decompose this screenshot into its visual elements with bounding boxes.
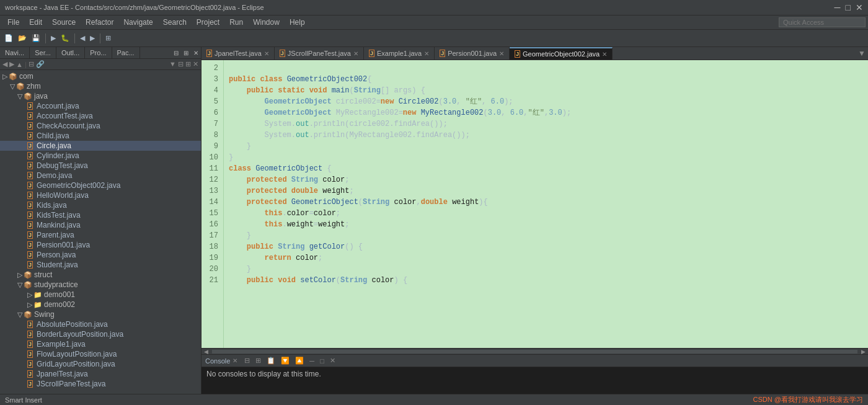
panel-maximize-icon[interactable]: ⊞ bbox=[181, 48, 191, 58]
tree-item-circle[interactable]: J Circle.java bbox=[0, 141, 201, 151]
tree-item-student[interactable]: J Student.java bbox=[0, 260, 201, 270]
nav-action-icon-3[interactable]: ⊞ bbox=[185, 60, 191, 68]
tree-item-jscrollpanetest[interactable]: J JScrollPaneTest.java bbox=[0, 379, 201, 389]
nav-forward-icon[interactable]: ▶ bbox=[9, 60, 14, 68]
tree-item-child[interactable]: J Child.java bbox=[0, 131, 201, 141]
tree-item-zhm[interactable]: ▽ 📦 zhm bbox=[0, 81, 201, 91]
console-close[interactable]: ✕ bbox=[328, 356, 337, 365]
menu-file[interactable]: File bbox=[2, 17, 24, 28]
tree-item-debugtest[interactable]: J DebugTest.java bbox=[0, 161, 201, 171]
tree-item-gridlayout[interactable]: J GridLayoutPosition.java bbox=[0, 359, 201, 369]
panel-tab-project[interactable]: Pro... bbox=[85, 47, 112, 58]
editor-tab-jscroll[interactable]: J JScrollPaneTest.java ✕ bbox=[275, 47, 364, 60]
tree-item-flowlayout[interactable]: J FlowLayoutPosition.java bbox=[0, 349, 201, 359]
menu-search[interactable]: Search bbox=[158, 17, 192, 28]
tree-item-account[interactable]: J Account.java bbox=[0, 101, 201, 111]
toolbar-forward[interactable]: ▶ bbox=[88, 33, 97, 43]
tree-item-com[interactable]: ▷ 📦 com bbox=[0, 71, 201, 81]
editor-tab-geo002[interactable]: J GeometricObject002.java ✕ bbox=[510, 47, 613, 60]
panel-tab-outline[interactable]: Outl... bbox=[56, 47, 85, 58]
code-content-area[interactable]: public class GeometricObject002{ public … bbox=[224, 60, 868, 348]
tree-item-helloworld[interactable]: J HelloWorld.java bbox=[0, 190, 201, 200]
toolbar-back[interactable]: ◀ bbox=[78, 33, 87, 43]
menu-window[interactable]: Window bbox=[248, 17, 285, 28]
editor-tab-jpanel[interactable]: J JpanelTest.java ✕ bbox=[202, 47, 275, 60]
tree-item-example1[interactable]: J Example1.java bbox=[0, 339, 201, 349]
tree-item-struct[interactable]: ▷ 📦 struct bbox=[0, 270, 201, 280]
menu-run[interactable]: Run bbox=[224, 17, 248, 28]
hscroll-right-icon[interactable]: ▶ bbox=[859, 349, 868, 355]
editor-tab-example1[interactable]: J Example1.java ✕ bbox=[364, 47, 435, 60]
toolbar-debug[interactable]: 🐛 bbox=[59, 33, 71, 43]
toolbar-save[interactable]: 💾 bbox=[30, 33, 42, 43]
hscroll-track[interactable] bbox=[212, 350, 857, 354]
menu-source[interactable]: Source bbox=[47, 17, 81, 28]
nav-link-icon[interactable]: 🔗 bbox=[36, 60, 45, 68]
quick-access-input[interactable] bbox=[779, 17, 866, 27]
tree-item-kidstest[interactable]: J KidsTest.java bbox=[0, 210, 201, 220]
editor-tab-persion001[interactable]: J Persion001.java ✕ bbox=[435, 47, 510, 60]
panel-close-icon[interactable]: ✕ bbox=[191, 48, 201, 58]
panel-tab-servers[interactable]: Ser... bbox=[30, 47, 56, 58]
tree-item-swing[interactable]: ▽ 📦 Swing bbox=[0, 309, 201, 319]
hscroll-left-icon[interactable]: ◀ bbox=[202, 349, 211, 355]
java-file-icon-14: J bbox=[27, 231, 33, 239]
code-editor[interactable]: 2 3 4 5 6 7 8 9 10 11 12 13 14 15 16 17 … bbox=[202, 60, 868, 348]
tree-item-demo[interactable]: J Demo.java bbox=[0, 171, 201, 180]
tab-close-jpanel[interactable]: ✕ bbox=[264, 50, 269, 57]
tree-item-accounttest[interactable]: J AccountTest.java bbox=[0, 111, 201, 121]
nav-action-icon-2[interactable]: ⊟ bbox=[178, 60, 184, 68]
nav-up-icon[interactable]: ▲ bbox=[16, 61, 23, 68]
tree-item-checkaccount[interactable]: J CheckAccount.java bbox=[0, 121, 201, 131]
tree-item-borderlayout[interactable]: J BorderLayoutPosition.java bbox=[0, 329, 201, 339]
tree-item-parent[interactable]: J Parent.java bbox=[0, 230, 201, 240]
toolbar-open[interactable]: 📂 bbox=[16, 33, 29, 43]
tree-item-jpaneltest[interactable]: J JpanelTest.java bbox=[0, 369, 201, 379]
tree-item-geo002[interactable]: J GeometricObject002.java bbox=[0, 180, 201, 190]
tree-item-demo001[interactable]: ▷ 📁 demo001 bbox=[0, 290, 201, 300]
panel-tab-package[interactable]: Pac... bbox=[112, 47, 140, 58]
console-maximize[interactable]: □ bbox=[318, 356, 326, 365]
nav-back-icon[interactable]: ◀ bbox=[2, 60, 7, 68]
tree-item-person[interactable]: J Person.java bbox=[0, 250, 201, 260]
menu-edit[interactable]: Edit bbox=[24, 17, 47, 28]
tab-close-jscroll[interactable]: ✕ bbox=[353, 50, 358, 57]
tree-label-jscrollpanetest: JScrollPaneTest.java bbox=[37, 380, 105, 388]
maximize-button[interactable]: □ bbox=[846, 2, 851, 12]
menu-help[interactable]: Help bbox=[285, 17, 310, 28]
tree-item-mankind[interactable]: J Mankind.java bbox=[0, 220, 201, 230]
nav-action-icon-1[interactable]: ▼ bbox=[169, 60, 176, 68]
console-action-4[interactable]: 🔽 bbox=[279, 356, 291, 365]
tab-close-persion001[interactable]: ✕ bbox=[499, 50, 504, 57]
console-action-5[interactable]: 🔼 bbox=[293, 356, 306, 365]
tree-item-demo002[interactable]: ▷ 📁 demo002 bbox=[0, 300, 201, 309]
tree-item-studypractice[interactable]: ▽ 📦 studypractice bbox=[0, 280, 201, 290]
menu-project[interactable]: Project bbox=[192, 17, 224, 28]
tab-label-jscroll: JScrollPaneTest.java bbox=[288, 50, 351, 57]
console-action-2[interactable]: ⊞ bbox=[254, 356, 263, 365]
tree-item-cylinder[interactable]: J Cylinder.java bbox=[0, 151, 201, 161]
console-minimize[interactable]: ─ bbox=[308, 356, 316, 365]
tree-item-persion001[interactable]: J Persion001.java bbox=[0, 240, 201, 250]
tab-close-example1[interactable]: ✕ bbox=[424, 50, 429, 57]
tab-close-geo002[interactable]: ✕ bbox=[602, 51, 607, 58]
panel-tab-navigator[interactable]: Navi... bbox=[0, 47, 30, 58]
panel-minimize-icon[interactable]: ⊟ bbox=[171, 48, 181, 58]
tree-item-abspos[interactable]: J AbsolutePosition.java bbox=[0, 319, 201, 329]
console-action-1[interactable]: ⊟ bbox=[242, 356, 252, 365]
toolbar-perspective[interactable]: ⊞ bbox=[104, 33, 113, 43]
minimize-button[interactable]: ─ bbox=[835, 2, 841, 12]
close-button[interactable]: ✕ bbox=[856, 2, 863, 12]
horizontal-scrollbar[interactable]: ◀ ▶ bbox=[202, 348, 868, 354]
console-action-3[interactable]: 📋 bbox=[265, 356, 277, 365]
toolbar-run[interactable]: ▶ bbox=[49, 33, 58, 43]
nav-action-icon-4[interactable]: ✕ bbox=[193, 60, 198, 68]
toolbar-new[interactable]: 📄 bbox=[2, 33, 15, 43]
console-header: Console ✕ ⊟ ⊞ 📋 🔽 🔼 ─ □ ✕ bbox=[202, 355, 868, 367]
tree-item-java[interactable]: ▽ 📦 java bbox=[0, 91, 201, 101]
tab-chevron-icon[interactable]: ▼ bbox=[858, 49, 866, 58]
menu-refactor[interactable]: Refactor bbox=[81, 17, 118, 28]
menu-navigate[interactable]: Navigate bbox=[118, 17, 157, 28]
tree-item-kids[interactable]: J Kids.java bbox=[0, 200, 201, 210]
nav-collapse-icon[interactable]: ⊟ bbox=[29, 60, 34, 68]
